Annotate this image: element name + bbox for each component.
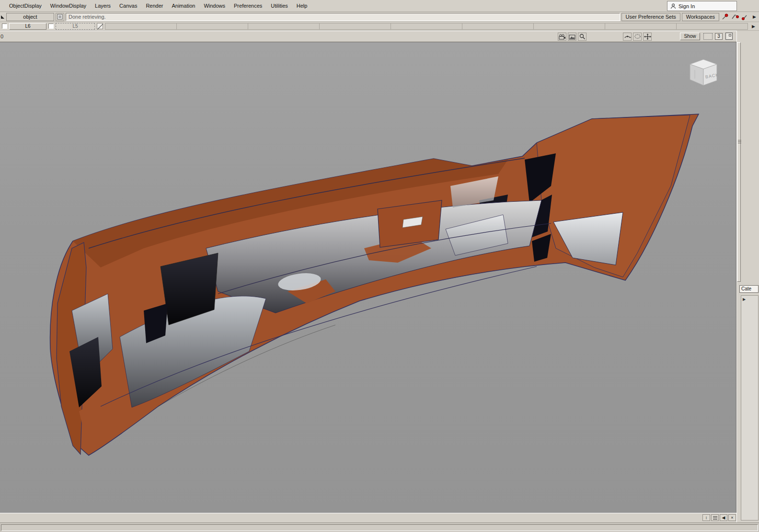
splitter-grip[interactable] — [737, 139, 742, 144]
snapshot-icon[interactable] — [568, 33, 576, 41]
panel-expand-icon[interactable]: ▶ — [741, 296, 758, 301]
menu-windows[interactable]: Windows — [199, 0, 230, 12]
hotkey-icon-3[interactable] — [741, 13, 749, 21]
shelf-slot[interactable] — [320, 23, 391, 30]
shelf-slot[interactable] — [248, 23, 320, 30]
layer-checkbox-2[interactable] — [48, 23, 54, 29]
user-preference-sets-button[interactable]: User Preference Sets — [621, 13, 680, 21]
menu-utilities[interactable]: Utilities — [266, 0, 292, 12]
show-button[interactable]: Show — [680, 33, 700, 40]
viewport-footer: ↕ ◀ × — [0, 513, 736, 522]
menu-help[interactable]: Help — [292, 0, 312, 12]
list-icon[interactable] — [711, 514, 719, 521]
shelf-slot[interactable] — [105, 23, 177, 30]
panel-count-button[interactable]: 3 — [715, 33, 723, 40]
shelf-slot[interactable] — [677, 23, 748, 30]
zoom-icon[interactable] — [578, 33, 586, 41]
panel-splitter[interactable] — [737, 42, 741, 282]
command-line-field[interactable] — [1, 524, 758, 531]
footer-icon-group: ↕ ◀ × — [702, 514, 736, 521]
lasso-icon[interactable] — [633, 33, 642, 41]
layer-tab-l6[interactable]: L6 — [9, 23, 46, 30]
collapse-left-icon[interactable]: ◀ — [720, 514, 727, 521]
menu-render[interactable]: Render — [141, 0, 167, 12]
shelf-slot-strip — [105, 23, 748, 30]
viewport-title-clipped: 0 — [0, 34, 3, 39]
menu-objectdisplay[interactable]: ObjectDisplay — [5, 0, 46, 12]
shelf-slot[interactable] — [177, 23, 248, 30]
window-preset-icon[interactable] — [703, 33, 713, 40]
shelfrow-overflow-icon[interactable]: ▶ — [750, 24, 757, 29]
sign-in-label: Sign In — [678, 3, 695, 9]
command-line-bar — [0, 522, 759, 532]
window-layout-icon[interactable] — [725, 33, 733, 40]
promptrow-overflow-icon[interactable]: ▶ — [751, 14, 758, 19]
shelf-slot[interactable] — [462, 23, 534, 30]
layer-tab-l5-ghost[interactable]: L5 — [56, 23, 95, 30]
menu-windowdisplay[interactable]: WindowDisplay — [46, 0, 91, 12]
shelf-slot[interactable] — [391, 23, 462, 30]
close-icon[interactable]: × — [728, 514, 736, 521]
workspaces-button[interactable]: Workspaces — [682, 13, 719, 21]
pan-move-icon[interactable] — [643, 33, 652, 41]
bumper-model — [0, 42, 736, 513]
shelf-slot[interactable] — [534, 23, 605, 30]
user-icon — [670, 3, 676, 9]
viewport-back-view[interactable]: BACK — [0, 42, 736, 513]
resize-vertical-icon[interactable]: ↕ — [702, 514, 710, 521]
shelf-slot[interactable] — [605, 23, 677, 30]
promptline-status[interactable]: Done retrieving. — [66, 13, 620, 21]
right-panel-body[interactable]: ▶ — [741, 295, 759, 520]
right-panel-column: Cate ▶ — [736, 31, 759, 522]
menu-preferences[interactable]: Preferences — [230, 0, 266, 12]
prompt-line-row: object Done retrieving. User Preference … — [0, 12, 759, 22]
hotkey-icon-1[interactable] — [721, 13, 729, 21]
sign-in-button[interactable]: Sign In — [667, 1, 737, 11]
viewcube[interactable]: BACK — [685, 56, 722, 92]
menu-animation[interactable]: Animation — [167, 0, 199, 12]
menu-layers[interactable]: Layers — [91, 0, 115, 12]
viewport-nav-tools — [623, 33, 652, 41]
menu-bar: ObjectDisplay WindowDisplay Layers Canva… — [0, 0, 759, 12]
layer-shelf-row: L6 L5 ▶ — [0, 22, 759, 31]
menu-canvas[interactable]: Canvas — [115, 0, 141, 12]
categories-tab[interactable]: Cate — [739, 285, 759, 293]
promptline-history-icon[interactable] — [56, 13, 64, 21]
camera-icon[interactable] — [558, 33, 566, 41]
alias-window: ObjectDisplay WindowDisplay Layers Canva… — [0, 0, 759, 532]
layer-symmetry-icon[interactable] — [97, 23, 103, 29]
marking-menu-corner-icon — [1, 15, 4, 19]
hotkey-icon-2[interactable] — [731, 13, 739, 21]
viewport-header: 0 Show 3 — [0, 31, 736, 42]
layer-checkbox-1[interactable] — [2, 23, 7, 29]
selection-mode-dropdown[interactable]: object — [6, 13, 54, 21]
viewport-render-tools — [558, 33, 586, 41]
tumble-icon[interactable] — [623, 33, 632, 41]
